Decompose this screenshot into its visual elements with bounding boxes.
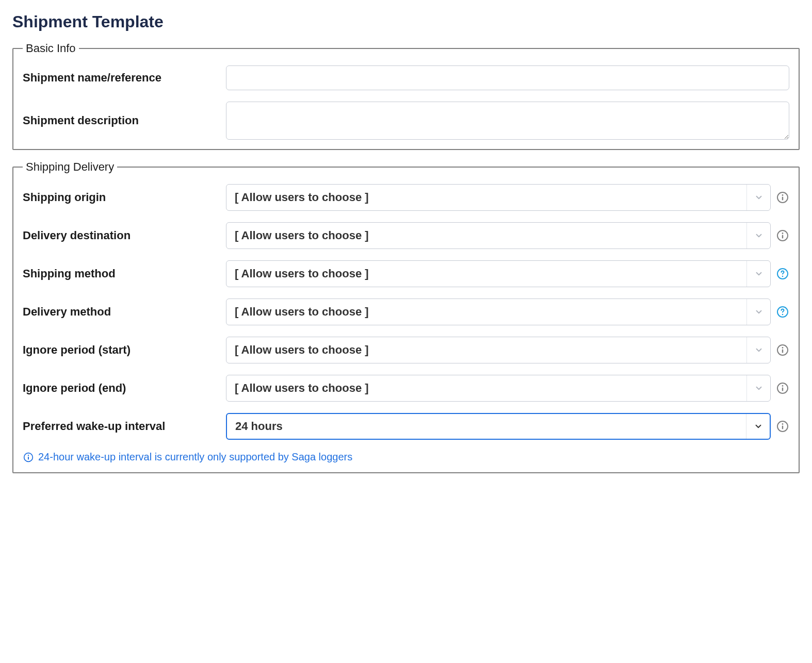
svg-rect-18 [782, 426, 783, 429]
delivery-method-row: Delivery method [ Allow users to choose … [23, 299, 789, 325]
svg-point-1 [782, 194, 784, 196]
page-title: Shipment Template [12, 12, 800, 31]
chevron-down-icon [746, 223, 770, 248]
shipment-name-input[interactable] [226, 65, 789, 90]
shipping-method-select[interactable]: [ Allow users to choose ] [226, 260, 771, 287]
svg-rect-5 [782, 235, 783, 239]
delivery-destination-select[interactable]: [ Allow users to choose ] [226, 222, 771, 249]
ignore-start-row: Ignore period (start) [ Allow users to c… [23, 337, 789, 363]
delivery-destination-label: Delivery destination [23, 229, 219, 242]
shipping-method-row: Shipping method [ Allow users to choose … [23, 260, 789, 287]
delivery-method-select[interactable]: [ Allow users to choose ] [226, 299, 771, 325]
svg-point-7 [782, 276, 784, 277]
delivery-destination-row: Delivery destination [ Allow users to ch… [23, 222, 789, 249]
delivery-destination-value: [ Allow users to choose ] [226, 229, 746, 242]
delivery-method-value: [ Allow users to choose ] [226, 305, 746, 319]
info-icon[interactable] [776, 382, 789, 395]
shipment-desc-row: Shipment description [23, 102, 789, 140]
svg-point-20 [28, 455, 29, 456]
svg-rect-21 [28, 456, 29, 459]
info-icon[interactable] [776, 191, 789, 204]
ignore-start-value: [ Allow users to choose ] [226, 343, 746, 357]
info-icon[interactable] [776, 343, 789, 357]
svg-rect-12 [782, 350, 783, 353]
svg-rect-15 [782, 388, 783, 391]
chevron-down-icon [746, 299, 770, 325]
shipping-delivery-legend: Shipping Delivery [23, 160, 117, 174]
shipment-name-row: Shipment name/reference [23, 65, 789, 90]
shipping-origin-label: Shipping origin [23, 191, 219, 204]
ignore-start-label: Ignore period (start) [23, 343, 219, 357]
shipment-desc-label: Shipment description [23, 114, 219, 127]
ignore-end-value: [ Allow users to choose ] [226, 382, 746, 395]
shipping-method-label: Shipping method [23, 267, 219, 280]
basic-info-section: Basic Info Shipment name/reference Shipm… [12, 42, 800, 150]
svg-point-4 [782, 233, 784, 234]
ignore-end-label: Ignore period (end) [23, 382, 219, 395]
svg-point-17 [782, 423, 784, 425]
svg-point-14 [782, 385, 784, 387]
wakeup-interval-label: Preferred wake-up interval [23, 420, 219, 433]
shipping-method-value: [ Allow users to choose ] [226, 267, 746, 280]
shipment-desc-input[interactable] [226, 102, 789, 140]
delivery-method-label: Delivery method [23, 305, 219, 319]
wakeup-interval-row: Preferred wake-up interval 24 hours [23, 413, 789, 440]
info-icon[interactable] [776, 229, 789, 242]
ignore-start-select[interactable]: [ Allow users to choose ] [226, 337, 771, 363]
chevron-down-icon [746, 261, 770, 287]
shipping-origin-row: Shipping origin [ Allow users to choose … [23, 184, 789, 211]
chevron-down-icon [746, 185, 770, 210]
svg-rect-2 [782, 197, 783, 201]
svg-point-11 [782, 347, 784, 349]
chevron-down-icon [746, 375, 770, 401]
wakeup-info-text: 24-hour wake-up interval is currently on… [38, 451, 352, 463]
shipping-origin-value: [ Allow users to choose ] [226, 191, 746, 204]
help-icon[interactable] [776, 267, 789, 280]
basic-info-legend: Basic Info [23, 42, 79, 55]
info-icon[interactable] [776, 420, 789, 433]
ignore-end-select[interactable]: [ Allow users to choose ] [226, 375, 771, 402]
shipping-delivery-section: Shipping Delivery Shipping origin [ Allo… [12, 160, 800, 473]
wakeup-interval-value: 24 hours [227, 420, 746, 433]
help-icon[interactable] [776, 305, 789, 319]
shipping-origin-select[interactable]: [ Allow users to choose ] [226, 184, 771, 211]
shipment-name-label: Shipment name/reference [23, 71, 219, 85]
wakeup-interval-select[interactable]: 24 hours [226, 413, 771, 440]
ignore-end-row: Ignore period (end) [ Allow users to cho… [23, 375, 789, 402]
chevron-down-icon [746, 337, 770, 363]
chevron-down-icon [746, 414, 770, 439]
info-icon [23, 452, 34, 463]
wakeup-info-message: 24-hour wake-up interval is currently on… [23, 451, 789, 463]
svg-point-9 [782, 314, 784, 316]
